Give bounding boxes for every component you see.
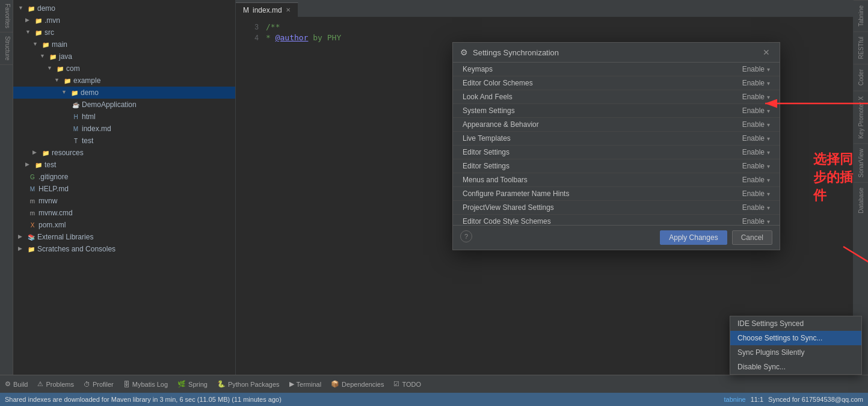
python-packages-label: Python Packages (228, 381, 280, 388)
settings-row-editor-settings-2[interactable]: Editor Settings Enable ▾ (453, 159, 780, 173)
popup-item-ide-synced[interactable]: IDE Settings Synced (730, 316, 861, 331)
chevron-down-icon: ▼ (40, 53, 47, 60)
tree-item-helpmd[interactable]: M HELP.md (13, 183, 235, 195)
tree-item-java[interactable]: ▼ 📁 java (13, 51, 235, 63)
tabnine-badge[interactable]: tabnine (724, 396, 746, 403)
row-value: Enable ▾ (710, 134, 770, 143)
spring-icon: 🌿 (177, 380, 186, 388)
terminal-toolbar-item[interactable]: ▶ Terminal (289, 380, 322, 388)
spring-label: Spring (188, 381, 208, 388)
mybatis-label: Mybatis Log (132, 381, 168, 388)
folder-icon: 📁 (55, 64, 65, 73)
tree-item-src[interactable]: ▼ 📁 src (13, 26, 235, 38)
coder-panel-btn[interactable]: Coder (854, 64, 868, 90)
spacer (18, 208, 26, 218)
tree-label: test (82, 137, 93, 145)
java-file-icon: ☕ (71, 100, 81, 109)
structure-tab[interactable]: Structure (0, 32, 13, 65)
database-btn[interactable]: Database (854, 182, 868, 218)
favorites-tab[interactable]: Favorites (0, 0, 13, 32)
popup-item-sync-plugins[interactable]: Sync Plugins Silently (730, 345, 861, 360)
problems-toolbar-item[interactable]: ⚠ Problems (37, 380, 73, 388)
settings-row-editor-settings-1[interactable]: Editor Settings Enable ▾ (453, 146, 780, 159)
tree-item-demoapplication[interactable]: ☕ DemoApplication (13, 99, 235, 111)
tree-item-test-dir[interactable]: ▶ 📁 test (13, 159, 235, 171)
profiler-toolbar-item[interactable]: ⏱ Profiler (84, 381, 114, 388)
chevron-right-icon: ▶ (32, 149, 40, 156)
settings-row-menus[interactable]: Menus and Toolbars Enable ▾ (453, 173, 780, 187)
settings-row-look-feels[interactable]: Look And Feels Enable ▾ (453, 90, 780, 104)
cancel-button[interactable]: Cancel (732, 230, 772, 245)
spacer (18, 220, 26, 230)
spacer (18, 172, 26, 182)
tree-item-example[interactable]: ▼ 📁 example (13, 75, 235, 87)
dependencies-toolbar-item[interactable]: 📦 Dependencies (331, 380, 384, 388)
tree-item-demo[interactable]: ▼ 📁 demo (13, 2, 235, 14)
tree-item-test[interactable]: T test (13, 135, 235, 147)
spring-toolbar-item[interactable]: 🌿 Spring (177, 380, 208, 388)
tree-item-demo-sub[interactable]: ▼ 📁 demo (13, 87, 235, 99)
settings-row-code-style[interactable]: Editor Code Style Schemes Enable ▾ (453, 215, 780, 225)
dropdown-chevron-icon: ▾ (767, 108, 770, 114)
apply-changes-button[interactable]: Apply Changes (660, 230, 727, 245)
tree-label: mvnw (38, 197, 57, 205)
dropdown-chevron-icon: ▾ (767, 163, 770, 170)
restful-panel-btn[interactable]: RESTful (854, 31, 868, 64)
spacer (18, 184, 26, 194)
settings-row-projectview[interactable]: ProjectView Shared Settings Enable ▾ (453, 201, 780, 215)
tree-item-scratches[interactable]: ▶ 📁 Scratches and Consoles (13, 243, 235, 255)
tree-item-pomxml[interactable]: X pom.xml (13, 219, 235, 231)
project-sidebar: ▼ 📁 demo ▶ 📁 .mvn ▼ 📁 src ▼ 📁 ma (13, 0, 236, 375)
help-button[interactable]: ? (460, 230, 472, 242)
key-promoter-btn[interactable]: Key Promoter X (854, 91, 868, 144)
row-label: Configure Parameter Name Hints (463, 189, 710, 198)
close-icon[interactable]: ✕ (286, 7, 291, 13)
tree-item-gitignore[interactable]: G .gitignore (13, 171, 235, 183)
settings-row-system[interactable]: System Settings Enable ▾ (453, 104, 780, 118)
line-number: 4 (241, 32, 259, 43)
spacer (61, 112, 70, 121)
tree-item-index-md[interactable]: M index.md (13, 123, 235, 135)
editor-tab-index-md[interactable]: M index.md ✕ (236, 2, 298, 17)
status-bar: Shared indexes are downloaded for Maven … (0, 393, 868, 406)
tree-label: index.md (82, 125, 111, 133)
tree-item-mvnw-cmd[interactable]: m mvnw.cmd (13, 207, 235, 219)
settings-row-live-templates[interactable]: Live Templates Enable ▾ (453, 132, 780, 146)
md-file-icon: M (71, 124, 81, 134)
sync-status[interactable]: Synced for 617594538@qq.com (768, 396, 863, 403)
settings-row-editor-color[interactable]: Editor Color Schemes Enable ▾ (453, 76, 780, 90)
row-value: Enable ▾ (710, 106, 770, 115)
settings-row-param-hints[interactable]: Configure Parameter Name Hints Enable ▾ (453, 187, 780, 201)
spacer (61, 136, 70, 146)
folder-icon: 📁 (63, 76, 72, 85)
settings-row-keymaps[interactable]: Keymaps Enable ▾ (453, 63, 780, 76)
todo-toolbar-item[interactable]: ☑ TODO (393, 380, 421, 388)
popup-item-disable-sync[interactable]: Disable Sync... (730, 360, 861, 374)
tree-item-com[interactable]: ▼ 📁 com (13, 63, 235, 75)
tree-item-mvn[interactable]: ▶ 📁 .mvn (13, 14, 235, 26)
tree-item-external-libs[interactable]: ▶ 📚 External Libraries (13, 231, 235, 243)
dialog-icon: ⚙ (460, 48, 468, 57)
build-toolbar-item[interactable]: ⚙ Build (5, 380, 28, 388)
sonarview-btn[interactable]: SonarView (854, 143, 868, 182)
profiler-label: Profiler (93, 381, 114, 388)
dialog-close-button[interactable]: ✕ (760, 46, 772, 58)
tree-label: java (59, 52, 72, 61)
tree-item-html[interactable]: H html (13, 111, 235, 123)
popup-item-choose-settings[interactable]: Choose Settings to Sync... (730, 331, 861, 345)
html-file-icon: H (71, 112, 81, 121)
tree-item-resources[interactable]: ▶ 📁 resources (13, 147, 235, 159)
dropdown-chevron-icon: ▾ (767, 191, 770, 197)
python-packages-toolbar-item[interactable]: 🐍 Python Packages (217, 380, 280, 388)
tree-item-mvnw[interactable]: m mvnw (13, 195, 235, 207)
chevron-right-icon: ▶ (18, 233, 25, 241)
tree-item-main[interactable]: ▼ 📁 main (13, 38, 235, 51)
build-label: Build (13, 381, 28, 388)
folder-icon: 📁 (34, 160, 43, 170)
row-label: Look And Feels (463, 93, 710, 101)
settings-row-appearance[interactable]: Appearance & Behavior Enable ▾ (453, 118, 780, 132)
row-label: Editor Code Style Schemes (463, 217, 710, 225)
row-label: System Settings (463, 106, 710, 115)
tabnine-panel-btn[interactable]: Tabnine (854, 0, 868, 31)
mybatis-toolbar-item[interactable]: 🗄 Mybatis Log (123, 381, 168, 388)
